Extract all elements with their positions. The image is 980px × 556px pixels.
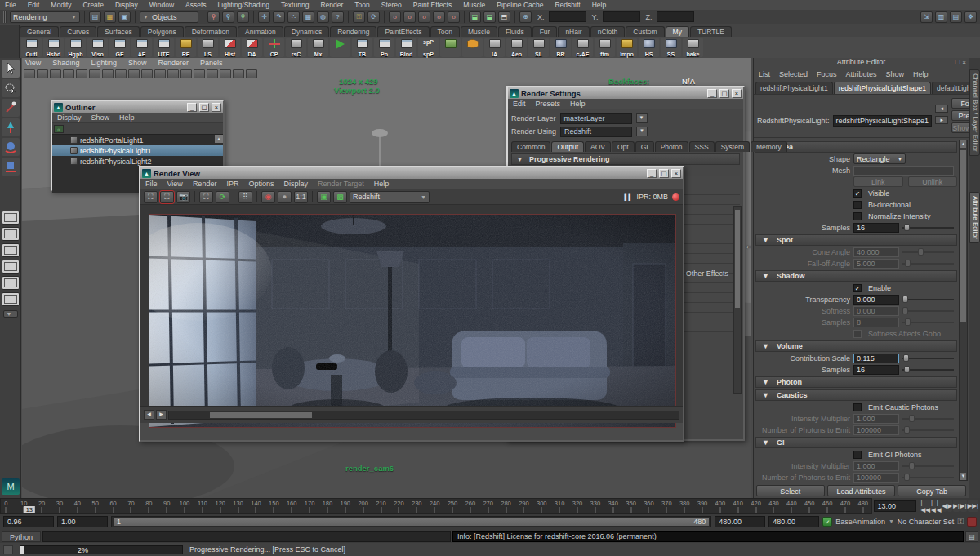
gi-photons-slider[interactable]: [902, 477, 954, 478]
grip-handle[interactable]: [3, 11, 7, 23]
close-icon[interactable]: ×: [212, 103, 221, 112]
gi-photons-field[interactable]: 100000: [853, 473, 899, 483]
one-to-one-icon[interactable]: 1:1: [294, 191, 308, 203]
menu-set-selector[interactable]: Rendering ▼: [10, 11, 80, 23]
layout-hypershade-persp-button[interactable]: [2, 276, 20, 290]
ipr-render-icon[interactable]: ⛶: [199, 191, 213, 203]
minimize-icon[interactable]: _: [187, 103, 197, 112]
history-icon[interactable]: ⟳: [368, 11, 380, 23]
shelf-button-ae[interactable]: AE: [131, 38, 152, 57]
shadow-samples-field[interactable]: 8: [853, 318, 899, 327]
emit-caustic-photons-checkbox[interactable]: [853, 403, 862, 411]
load-attributes-button[interactable]: Load Attributes: [827, 485, 896, 496]
render-settings-tab-photon[interactable]: Photon: [655, 141, 688, 152]
shelf-button-br[interactable]: BR: [550, 38, 571, 57]
shelf-tab-deformation[interactable]: Deformation: [185, 26, 237, 37]
render-view-menu-help[interactable]: Help: [374, 180, 390, 188]
viewport-toolbar-icon[interactable]: [167, 69, 179, 78]
z-input[interactable]: [657, 11, 694, 22]
snap-magnet-1-icon[interactable]: ʊ: [389, 11, 401, 23]
shelf-tab-polygons[interactable]: Polygons: [140, 26, 184, 37]
layout-more-dropdown[interactable]: ▼: [3, 310, 18, 318]
go-to-end-button[interactable]: ▶▶|: [968, 500, 978, 512]
maximize-icon[interactable]: ▢: [659, 169, 669, 178]
section-spot[interactable]: ▼ Spot: [755, 234, 957, 246]
shelf-tab-ncloth[interactable]: nCloth: [590, 26, 626, 37]
layout-persp-graph-button[interactable]: [2, 260, 20, 274]
shelf-tab-fur[interactable]: Fur: [532, 26, 558, 37]
shelf-button-re[interactable]: RE: [176, 38, 196, 57]
layout-single-pane-button[interactable]: [2, 211, 20, 225]
step-back-frame-button[interactable]: |◀: [937, 500, 942, 512]
cone-angle-slider[interactable]: [902, 251, 954, 253]
attribute-editor-menu-show[interactable]: Show: [886, 70, 905, 78]
animation-layer-icon[interactable]: ✓: [822, 517, 832, 527]
scale-tool-button[interactable]: [2, 158, 20, 176]
render-settings-tab-system[interactable]: System: [715, 141, 750, 152]
render-settings-tab-memory[interactable]: Memory: [751, 141, 787, 152]
attribute-editor-menu-focus[interactable]: Focus: [817, 70, 837, 78]
render-view-menu-render[interactable]: Render: [193, 180, 217, 188]
attribute-editor-menu-attributes[interactable]: Attributes: [846, 70, 877, 78]
attribute-editor-tab-redshiftPhysicalLightShape1[interactable]: redshiftPhysicalLightShape1: [834, 82, 931, 94]
viewport-menu-shading[interactable]: Shading: [52, 59, 79, 67]
tool-settings-toggle-icon[interactable]: ❖: [964, 11, 977, 23]
menu-toon[interactable]: Toon: [354, 1, 369, 10]
gi-intensity-field[interactable]: 1.000: [853, 461, 899, 471]
shelf-tab-my[interactable]: My: [666, 26, 689, 37]
outliner-title-bar[interactable]: ▲ Outliner _ ▢ ×: [52, 101, 223, 113]
alpha-channel-icon[interactable]: ●: [278, 191, 292, 203]
viewport-toolbar-icon[interactable]: [89, 69, 100, 78]
move-tool-button[interactable]: [2, 118, 20, 136]
section-photon[interactable]: ▼ Photon: [755, 376, 957, 388]
viewport-toolbar-icon[interactable]: [128, 69, 140, 78]
attribute-editor-toggle-icon[interactable]: ▤: [950, 11, 962, 23]
scroll-up-icon[interactable]: ▲: [215, 135, 223, 143]
softness-gobo-checkbox[interactable]: [853, 330, 862, 338]
viewport-menu-view[interactable]: View: [25, 59, 41, 67]
render-settings-scrollbar[interactable]: [733, 206, 742, 394]
render-settings-tab-opt[interactable]: Opt: [612, 141, 635, 152]
shelf-tab-fluids[interactable]: Fluids: [498, 26, 532, 37]
shelf-tab-general[interactable]: General: [20, 26, 59, 37]
shelf-tab-animation[interactable]: Animation: [238, 26, 283, 37]
shelf-button-ia[interactable]: IA: [484, 38, 505, 57]
swap-output-icon[interactable]: ◄: [935, 105, 948, 113]
save-scene-icon[interactable]: ▣: [118, 11, 131, 23]
mesh-field[interactable]: [853, 166, 954, 176]
refresh-ipr-icon[interactable]: ⟳: [216, 191, 229, 203]
ipr-render-icon[interactable]: ⬓: [483, 11, 496, 23]
render-settings-menu-help[interactable]: Help: [570, 100, 586, 108]
shelf-button-mx[interactable]: Mx: [308, 38, 328, 57]
rendered-image[interactable]: [149, 214, 676, 428]
viewport-toolbar-icon[interactable]: [154, 69, 166, 78]
snap-grid-icon[interactable]: ✛: [258, 11, 270, 23]
shelf-button-cp[interactable]: CP: [264, 38, 284, 57]
outliner-menu-show[interactable]: Show: [91, 113, 110, 122]
render-settings-tab-sss[interactable]: SSS: [689, 141, 715, 152]
shelf-tab-nhair[interactable]: nHair: [558, 26, 589, 37]
renderer-selector[interactable]: Redshift ▼: [350, 191, 430, 203]
viewport-menu-panels[interactable]: Panels: [200, 59, 223, 67]
outliner-menu-help[interactable]: Help: [119, 113, 135, 122]
render-view-window[interactable]: ▲ Render View _ ▢ × FileViewRenderIPROpt…: [139, 166, 684, 442]
rotate-tool-button[interactable]: [2, 138, 20, 156]
shelf-button-ute[interactable]: UTE: [154, 38, 174, 57]
menu-window[interactable]: Window: [149, 1, 174, 10]
render-layer-value[interactable]: masterLayer: [560, 113, 632, 124]
bidirectional-checkbox[interactable]: [853, 201, 862, 209]
current-time-field[interactable]: 13.00: [874, 500, 916, 512]
menu-edit[interactable]: Edit: [28, 1, 40, 10]
scroll-left-icon[interactable]: ◀: [144, 410, 154, 420]
falloff-angle-slider[interactable]: [902, 263, 954, 265]
area-samples-slider[interactable]: [902, 227, 954, 229]
viewport-toolbar-icon[interactable]: [50, 69, 61, 78]
menu-lighting-shading[interactable]: Lighting/Shading: [218, 1, 270, 10]
snap-curve-icon[interactable]: ↷: [273, 11, 285, 23]
viewport-toolbar-icon[interactable]: [220, 69, 231, 78]
shelf-button-play[interactable]: [330, 38, 350, 57]
script-editor-icon[interactable]: ▤: [965, 531, 978, 542]
viewport-menu-lighting[interactable]: Lighting: [91, 59, 117, 67]
shelf-button-tb[interactable]: TB: [352, 38, 372, 57]
viewport-toolbar-icon[interactable]: [115, 69, 127, 78]
